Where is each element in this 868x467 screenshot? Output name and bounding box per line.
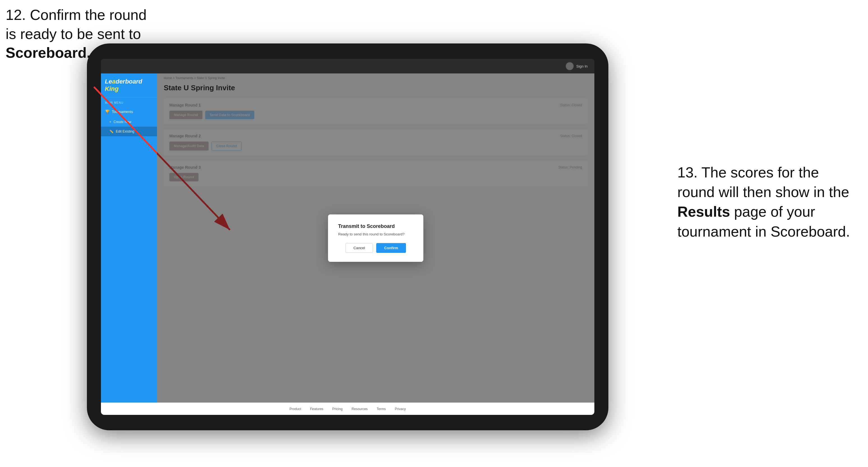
logo: Leaderboard King: [105, 78, 153, 93]
sidebar-item-tournaments[interactable]: 🏆 Tournaments: [101, 106, 157, 117]
footer-link-features[interactable]: Features: [310, 407, 323, 411]
page-content: Home > Tournaments > State U Spring Invi…: [157, 73, 594, 403]
annotation-step13: 13. The scores for the round will then s…: [677, 163, 851, 241]
cancel-button[interactable]: Cancel: [345, 243, 373, 253]
edit-existing-label: Edit Existing: [116, 129, 134, 133]
footer-link-terms[interactable]: Terms: [376, 407, 386, 411]
tournaments-label: Tournaments: [112, 110, 133, 114]
annotation-results-bold: Results: [677, 204, 730, 220]
plus-icon: +: [109, 120, 111, 124]
footer-link-privacy[interactable]: Privacy: [395, 407, 406, 411]
modal-title: Transmit to Scoreboard: [338, 223, 413, 229]
annotation-step12-bold: Scoreboard.: [6, 44, 91, 61]
annotation-step12: 12. Confirm the round is ready to be sen…: [6, 6, 147, 63]
tablet-screen: Sign In Leaderboard King MAIN MENU 🏆 Tou…: [101, 59, 594, 415]
footer-link-pricing[interactable]: Pricing: [332, 407, 343, 411]
user-area: Sign In: [566, 62, 588, 70]
top-navbar: Sign In: [101, 59, 594, 73]
logo-area: Leaderboard King: [101, 73, 157, 97]
footer-link-resources[interactable]: Resources: [351, 407, 368, 411]
sidebar: Leaderboard King MAIN MENU 🏆 Tournaments…: [101, 73, 157, 403]
confirm-button[interactable]: Confirm: [376, 243, 406, 253]
menu-label: MAIN MENU: [101, 97, 157, 106]
sidebar-item-create-new[interactable]: + Create New: [101, 117, 157, 127]
modal-actions: Cancel Confirm: [338, 243, 413, 253]
trophy-icon: 🏆: [105, 109, 110, 114]
modal-overlay: Transmit to Scoreboard Ready to send thi…: [157, 73, 594, 403]
tablet-device: Sign In Leaderboard King MAIN MENU 🏆 Tou…: [87, 43, 609, 430]
sidebar-item-edit-existing[interactable]: ✏️ Edit Existing: [101, 127, 157, 136]
create-new-label: Create New: [114, 120, 131, 124]
edit-icon: ✏️: [109, 129, 114, 133]
footer-link-product[interactable]: Product: [289, 407, 301, 411]
main-content-area: Leaderboard King MAIN MENU 🏆 Tournaments…: [101, 73, 594, 403]
sign-in-label[interactable]: Sign In: [577, 64, 588, 68]
avatar: [566, 62, 574, 70]
footer: Product Features Pricing Resources Terms…: [101, 403, 594, 415]
transmit-modal: Transmit to Scoreboard Ready to send thi…: [328, 214, 423, 262]
modal-body: Ready to send this round to Scoreboard?: [338, 232, 413, 236]
